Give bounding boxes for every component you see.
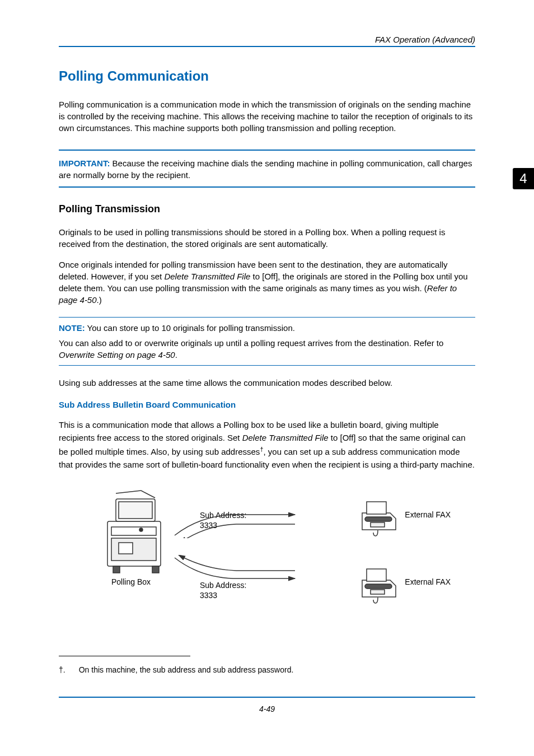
note-line2a: You can also add to or overwrite origina… (59, 338, 443, 348)
svg-rect-16 (371, 590, 385, 594)
important-label: IMPORTANT: (59, 158, 110, 168)
note-line2c: . (175, 350, 177, 360)
footnote-text: On this machine, the sub address and sub… (79, 665, 294, 674)
using-para: Using sub addresses at the same time all… (59, 377, 475, 389)
header-section: FAX Operation (Advanced) (59, 35, 475, 47)
footnote: †. On this machine, the sub address and … (59, 665, 475, 674)
heading-polling-communication: Polling Communication (59, 68, 475, 84)
important-notice: IMPORTANT: Because the receiving machine… (59, 150, 475, 188)
footnote-rule (59, 656, 190, 656)
footer-rule (59, 697, 475, 698)
svg-rect-12 (365, 517, 392, 521)
svg-rect-8 (113, 566, 120, 573)
header-title: FAX Operation (Advanced) (59, 35, 475, 44)
heading-sub-address-bulletin: Sub Address Bulletin Board Communication (59, 400, 475, 409)
mfp-printer-icon (99, 488, 172, 580)
heading-polling-transmission: Polling Transmission (59, 203, 475, 215)
external-fax-icon-2 (357, 566, 401, 608)
note-label: NOTE: (59, 323, 85, 333)
pt-para2: Once originals intended for polling tran… (59, 259, 475, 306)
external-fax-label-2: External FAX (405, 577, 451, 586)
svg-rect-9 (152, 566, 159, 573)
note-line1: You can store up to 10 originals for pol… (85, 323, 295, 333)
polling-box-label: Polling Box (111, 577, 151, 586)
note-line2b: Overwrite Setting on page 4-50 (59, 350, 175, 360)
svg-rect-5 (119, 502, 152, 519)
pt-para2-e: .) (97, 295, 102, 305)
bulletin-para: This is a communication mode that allows… (59, 418, 475, 471)
intro-paragraph: Polling communication is a communication… (59, 99, 475, 134)
diagram: Polling Box Sub Address:3333 Sub Address… (93, 488, 441, 622)
svg-rect-1 (111, 527, 156, 535)
bb-b: Delete Transmitted File (242, 433, 329, 442)
svg-point-10 (139, 528, 143, 531)
arrow-out-1 (172, 510, 301, 540)
svg-line-7 (141, 491, 155, 498)
svg-rect-15 (365, 584, 392, 589)
important-text: Because the receiving machine dials the … (59, 158, 472, 180)
pt-para2-b: Delete Transmitted File (164, 272, 250, 281)
external-fax-label-1: External FAX (405, 510, 451, 519)
svg-rect-2 (111, 538, 156, 561)
chapter-tab: 4 (513, 168, 534, 189)
svg-rect-11 (367, 502, 386, 514)
svg-rect-13 (371, 522, 385, 527)
pt-para1: Originals to be used in polling transmis… (59, 226, 475, 250)
svg-rect-3 (119, 543, 133, 554)
arrow-out-2 (172, 555, 301, 591)
page-number: 4-49 (59, 704, 475, 713)
svg-line-6 (116, 491, 141, 493)
note-box: NOTE: You can store up to 10 originals f… (59, 317, 475, 366)
svg-rect-14 (367, 569, 386, 581)
external-fax-icon-1 (357, 499, 401, 540)
footnote-marker: †. (59, 665, 65, 674)
